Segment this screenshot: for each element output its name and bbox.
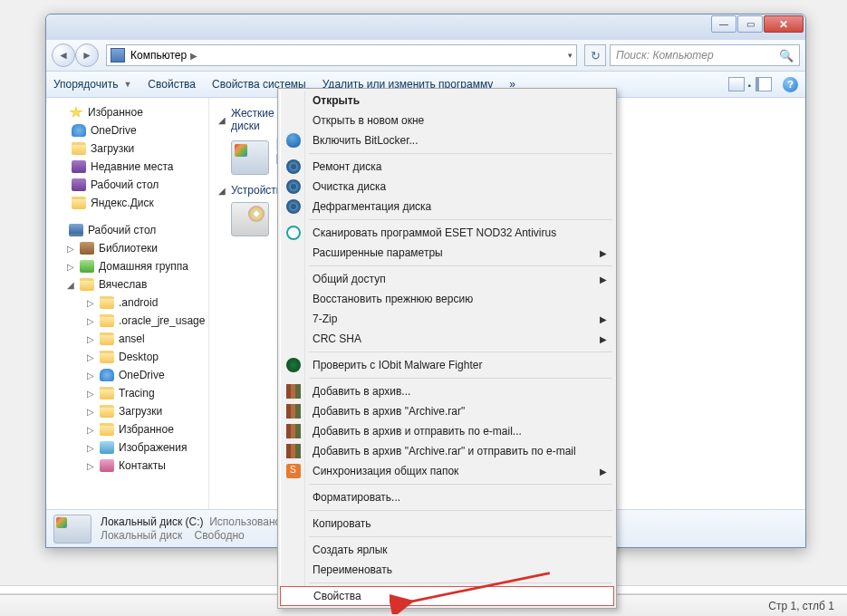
eset-icon [286, 226, 301, 240]
cm-repair[interactable]: Ремонт диска [280, 157, 614, 177]
cm-advanced[interactable]: Расширенные параметры▶ [280, 243, 614, 263]
organize-menu[interactable]: Упорядочить [53, 78, 118, 91]
sidebar-onedrive2[interactable]: ▷OneDrive [48, 366, 207, 384]
homegroup-icon [80, 260, 94, 273]
status-used-label: Использовано [209, 515, 281, 528]
properties-button[interactable]: Свойства [148, 78, 196, 91]
cm-format[interactable]: Форматировать... [280, 487, 614, 507]
cursor-position: Стр 1, стлб 1 [768, 600, 834, 612]
cm-eset[interactable]: Сканировать программой ESET NOD32 Antivi… [280, 223, 614, 243]
cm-properties[interactable]: Свойства [280, 586, 614, 606]
cm-7zip[interactable]: 7-Zip▶ [280, 309, 614, 329]
sidebar-contacts[interactable]: ▷Контакты [48, 457, 207, 475]
contacts-icon [100, 459, 114, 472]
back-button[interactable]: ◄ [52, 43, 75, 67]
nav-bar: ◄ ► Компьютер ▶ ▾ ↻ Поиск: Компьютер 🔍 [46, 40, 805, 71]
help-icon[interactable]: ? [783, 77, 798, 92]
archive-icon [286, 444, 301, 458]
cm-cleanup[interactable]: Очистка диска [280, 177, 614, 197]
sidebar-desktop[interactable]: Рабочий стол [48, 176, 207, 194]
cm-open[interactable]: Открыть [280, 91, 614, 111]
cm-add-rar-email[interactable]: Добавить в архив "Archive.rar" и отправи… [280, 441, 614, 461]
libraries-icon [80, 242, 94, 255]
cm-restore[interactable]: Восстановить прежнюю версию [280, 289, 614, 309]
cm-share[interactable]: Общий доступ▶ [280, 269, 614, 289]
address-dropdown-icon[interactable]: ▾ [568, 51, 573, 60]
navigation-pane: Избранное OneDrive Загрузки Недавние мес… [46, 98, 209, 509]
cm-add-email[interactable]: Добавить в архив и отправить по e-mail..… [280, 421, 614, 441]
sidebar-downloads[interactable]: Загрузки [48, 140, 207, 158]
cloud-icon [72, 124, 86, 137]
status-title: Локальный диск (C:) [101, 515, 204, 528]
search-input[interactable]: Поиск: Компьютер 🔍 [610, 44, 800, 66]
folder-icon [100, 351, 114, 363]
sidebar-libraries[interactable]: ▷Библиотеки [48, 239, 207, 257]
folder-icon [100, 296, 114, 309]
folder-icon [72, 142, 86, 155]
hdd-icon [231, 140, 269, 175]
minimize-button[interactable]: — [711, 15, 736, 33]
preview-pane-icon[interactable] [756, 77, 772, 91]
sync-icon [286, 464, 301, 478]
sidebar-onedrive[interactable]: OneDrive [48, 121, 207, 140]
submenu-arrow-icon: ▶ [600, 467, 607, 476]
cm-crc[interactable]: CRC SHA▶ [280, 329, 614, 349]
cloud-icon [100, 369, 114, 381]
disk-icon [286, 159, 301, 174]
sidebar-tracing[interactable]: ▷Tracing [48, 384, 207, 402]
cm-bitlocker[interactable]: Включить BitLocker... [280, 130, 614, 150]
cm-open-new[interactable]: Открыть в новом окне [280, 111, 614, 130]
sidebar-oracle[interactable]: ▷.oracle_jre_usage [48, 312, 207, 330]
address-bar[interactable]: Компьютер ▶ ▾ [106, 44, 577, 66]
sidebar-downloads2[interactable]: ▷Загрузки [48, 402, 207, 420]
close-button[interactable]: ✕ [764, 15, 804, 33]
cm-add-archive[interactable]: Добавить в архив... [280, 381, 614, 401]
collapse-icon: ◢ [218, 115, 226, 125]
titlebar: — ▭ ✕ [46, 14, 805, 40]
context-menu: Открыть Открыть в новом окне Включить Bi… [277, 88, 617, 609]
folder-icon [72, 197, 86, 209]
folder-icon [100, 405, 114, 418]
images-icon [100, 441, 114, 454]
submenu-arrow-icon: ▶ [600, 314, 607, 324]
sidebar-recent[interactable]: Недавние места [48, 158, 207, 176]
cm-copy[interactable]: Копировать [280, 514, 614, 534]
breadcrumb-arrow-icon[interactable]: ▶ [190, 51, 197, 61]
cm-defrag[interactable]: Дефрагментация диска [280, 197, 614, 217]
sidebar-android[interactable]: ▷.android [48, 294, 207, 312]
status-type: Локальный диск [101, 529, 182, 542]
view-options-icon[interactable] [728, 77, 745, 91]
search-placeholder: Поиск: Компьютер [616, 49, 714, 62]
shield-icon [286, 133, 301, 148]
search-icon[interactable]: 🔍 [779, 49, 794, 63]
sidebar-desk-en[interactable]: ▷Desktop [48, 348, 207, 366]
maximize-button[interactable]: ▭ [737, 15, 763, 33]
computer-icon [111, 48, 125, 63]
cm-shortcut[interactable]: Создать ярлык [280, 540, 614, 560]
sidebar-user[interactable]: ◢Вячеслав [48, 275, 207, 294]
disk-icon [286, 199, 301, 214]
sidebar-ansel[interactable]: ▷ansel [48, 330, 207, 348]
cm-iobit[interactable]: Проверить с IObit Malware Fighter [280, 355, 614, 375]
sidebar-yadisk[interactable]: Яндекс.Диск [48, 194, 207, 212]
submenu-arrow-icon: ▶ [600, 274, 607, 284]
recent-icon [72, 160, 86, 173]
sidebar-desktop-root[interactable]: Рабочий стол [48, 221, 207, 239]
sidebar-favorites2[interactable]: ▷Избранное [48, 420, 207, 438]
submenu-arrow-icon: ▶ [600, 248, 607, 258]
cm-sync[interactable]: Синхронизация общих папок▶ [280, 461, 614, 481]
folder-icon [100, 314, 114, 327]
archive-icon [286, 384, 301, 399]
star-icon [69, 106, 83, 119]
forward-button[interactable]: ► [75, 43, 99, 67]
sidebar-homegroup[interactable]: ▷Домашняя группа [48, 257, 207, 275]
status-free-label: Свободно [195, 529, 245, 542]
refresh-button[interactable]: ↻ [584, 44, 606, 66]
sidebar-favorites[interactable]: Избранное [48, 103, 207, 121]
desktop-icon [72, 178, 86, 191]
computer-icon [69, 224, 83, 236]
sidebar-images[interactable]: ▷Изображения [48, 438, 207, 457]
cm-add-archive-rar[interactable]: Добавить в архив "Archive.rar" [280, 401, 614, 421]
address-segment[interactable]: Компьютер [130, 49, 187, 62]
cm-rename[interactable]: Переименовать [280, 560, 614, 580]
